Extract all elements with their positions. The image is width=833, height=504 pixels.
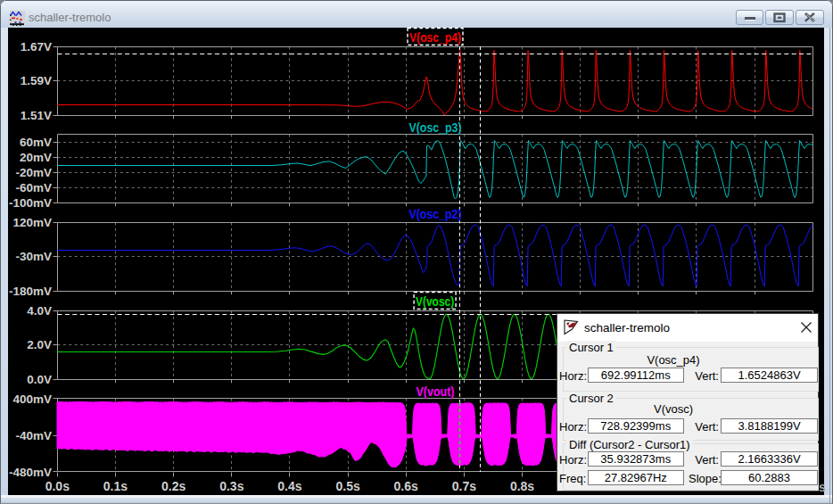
svg-text:-480mV: -480mV (9, 466, 52, 479)
svg-text:V(vout): V(vout) (416, 384, 455, 399)
svg-text:V(osc_p4): V(osc_p4) (409, 29, 461, 45)
svg-text:-180mV: -180mV (9, 285, 52, 298)
svg-text:1.67V: 1.67V (21, 40, 52, 54)
svg-text:0.3s: 0.3s (219, 479, 243, 493)
svg-text:-100mV: -100mV (9, 196, 52, 210)
svg-text:0.0s: 0.0s (45, 479, 70, 493)
svg-text:-30mV: -30mV (15, 250, 52, 263)
svg-text:V(vosc): V(vosc) (416, 293, 454, 309)
svg-text:1.59V: 1.59V (21, 74, 52, 87)
svg-text:2.0V: 2.0V (27, 338, 52, 351)
svg-text:0.2s: 0.2s (161, 479, 186, 493)
svg-text:-40mV: -40mV (15, 429, 52, 442)
svg-text:0.0V: 0.0V (27, 373, 52, 386)
svg-text:-60mV: -60mV (15, 181, 52, 194)
svg-text:0.1s: 0.1s (103, 479, 128, 493)
svg-text:0.5s: 0.5s (335, 479, 359, 493)
svg-text:0.4s: 0.4s (277, 479, 301, 493)
svg-text:400mV: 400mV (12, 392, 52, 406)
svg-text:0.7s: 0.7s (452, 479, 476, 493)
svg-text:20mV: 20mV (20, 151, 52, 164)
svg-text:0.8s: 0.8s (510, 479, 534, 493)
svg-text:0.6s: 0.6s (394, 479, 418, 493)
svg-text:120mV: 120mV (12, 216, 52, 229)
svg-text:1.51V: 1.51V (21, 109, 52, 122)
svg-text:60mV: 60mV (20, 136, 52, 149)
svg-text:4.0V: 4.0V (27, 304, 52, 318)
svg-text:V(osc_p3): V(osc_p3) (409, 120, 462, 135)
svg-text:-20mV: -20mV (15, 166, 52, 179)
svg-text:V(osc_p2): V(osc_p2) (409, 206, 462, 221)
